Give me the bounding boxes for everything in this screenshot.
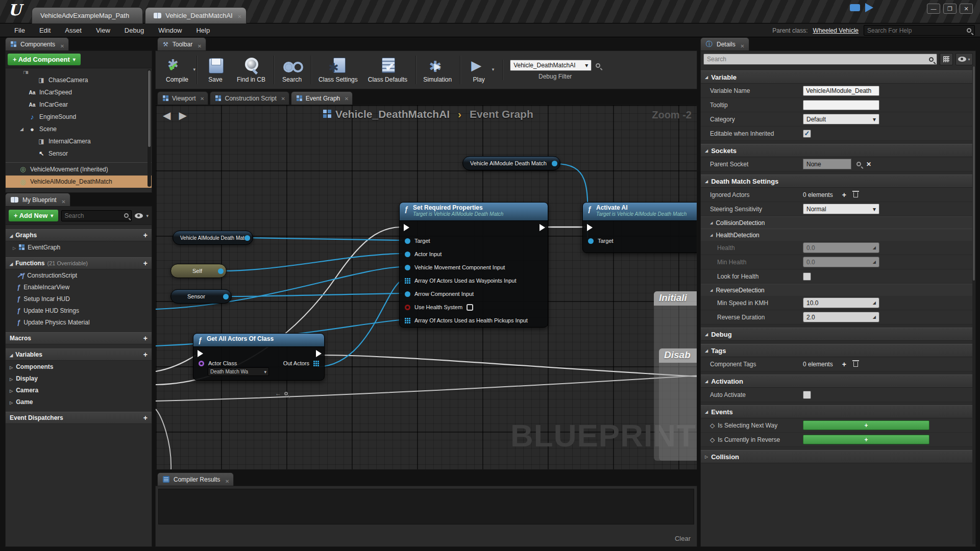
- component-tree-item[interactable]: VehicleMovement (Inherited): [6, 162, 152, 176]
- event-dispatchers-section-header[interactable]: Event Dispatchers: [6, 412, 152, 424]
- close-tab-icon[interactable]: [237, 12, 241, 20]
- component-tree-item[interactable]: Sensor: [6, 147, 152, 160]
- send-icon[interactable]: [865, 3, 878, 12]
- component-tree-item[interactable]: VehicleAIModule_DeathMatch: [6, 176, 152, 188]
- dropdown-caret-icon[interactable]: [193, 67, 195, 72]
- details-row[interactable]: Tooltip: [701, 98, 975, 112]
- input-pin[interactable]: [405, 291, 410, 297]
- component-tree-item[interactable]: Scene: [6, 123, 152, 135]
- menu-item[interactable]: Asset: [58, 27, 89, 34]
- function-item[interactable]: Setup Incar HUD: [6, 293, 152, 305]
- add-event-button[interactable]: [803, 420, 929, 430]
- details-row[interactable]: Collision: [701, 450, 975, 463]
- expander-icon[interactable]: [10, 260, 13, 267]
- help-search-input[interactable]: [867, 27, 967, 34]
- toolbar-button[interactable]: Class Defaults: [363, 56, 416, 84]
- minimize-button[interactable]: [927, 4, 940, 14]
- output-pin[interactable]: [552, 161, 557, 166]
- asset-tab-map[interactable]: VehicleAdvExampleMap_Path: [32, 7, 143, 23]
- details-row[interactable]: Is Currently in Reverse: [701, 433, 975, 447]
- details-row[interactable]: Death Match Settings: [701, 174, 975, 188]
- graph-tab[interactable]: Event Graph: [291, 91, 353, 105]
- exec-output-pin[interactable]: [316, 350, 325, 357]
- add-event-button[interactable]: [803, 435, 929, 444]
- close-panel-icon[interactable]: [60, 42, 64, 49]
- details-row[interactable]: Is Selecting Next Way: [701, 418, 975, 433]
- expander-icon[interactable]: [10, 375, 13, 382]
- close-panel-icon[interactable]: [225, 478, 229, 485]
- node-partial-disable[interactable]: Disab: [659, 348, 697, 461]
- add-element-icon[interactable]: [842, 360, 846, 368]
- details-scrollbar[interactable]: [972, 66, 975, 544]
- details-panel-tab[interactable]: Details: [700, 37, 749, 51]
- maximize-button[interactable]: [943, 4, 957, 14]
- toolbar-button[interactable]: Simulation: [418, 56, 460, 84]
- trash-icon[interactable]: [853, 362, 858, 367]
- number-field[interactable]: 0.0: [803, 257, 879, 267]
- expander-icon[interactable]: [10, 351, 13, 358]
- variable-category[interactable]: Components: [6, 361, 152, 372]
- toolbar-button[interactable]: Search: [276, 56, 311, 84]
- details-row[interactable]: Auto Activate: [701, 388, 975, 402]
- output-pin[interactable]: [244, 235, 250, 241]
- components-panel-tab[interactable]: Components: [5, 37, 69, 51]
- clear-button[interactable]: Clear: [675, 535, 691, 542]
- array-output-pin[interactable]: [313, 361, 315, 362]
- class-input-pin[interactable]: [199, 361, 204, 366]
- details-row[interactable]: Min Speed in KMH 10.0 10.0 10.0 10.0: [701, 296, 975, 310]
- toolbar-button[interactable]: Find in CB: [232, 56, 274, 84]
- menu-item[interactable]: Window: [151, 27, 189, 34]
- search-icon[interactable]: [929, 57, 934, 62]
- actor-class-dropdown[interactable]: Death Match Wa: [208, 367, 269, 376]
- details-row[interactable]: Editable when Inherited: [701, 127, 975, 141]
- details-row[interactable]: Reverse Duration 2.0 2.0 2.0 2.0: [701, 310, 975, 324]
- variable-category[interactable]: Display: [6, 372, 152, 384]
- debug-filter-select[interactable]: Vehicle_DeathMatchAI: [510, 60, 592, 71]
- expander-icon[interactable]: [13, 244, 16, 251]
- graph-tab[interactable]: Viewport: [157, 91, 208, 105]
- close-tab-icon[interactable]: [345, 95, 349, 102]
- checkbox[interactable]: [803, 130, 811, 138]
- details-row[interactable]: Ignored Actors 0 elements 0 elements 0 e…: [701, 188, 975, 202]
- function-item[interactable]: Update Physics Material: [6, 316, 152, 328]
- add-component-button[interactable]: + Add Component: [8, 54, 81, 65]
- my-blueprint-panel-tab[interactable]: My Blueprint: [5, 193, 70, 206]
- menu-item[interactable]: View: [89, 27, 117, 34]
- toolbar-panel-tab[interactable]: Toolbar: [157, 37, 206, 51]
- clear-socket-icon[interactable]: [866, 161, 871, 168]
- view-options-button[interactable]: [955, 53, 973, 65]
- output-pin[interactable]: [218, 268, 224, 274]
- close-panel-icon[interactable]: [198, 42, 202, 49]
- add-function-icon[interactable]: [143, 259, 148, 267]
- macros-section-header[interactable]: Macros: [6, 332, 152, 344]
- functions-section-header[interactable]: Functions (21 Overridable): [6, 257, 152, 269]
- component-tree-item[interactable]: InternalCamera: [6, 135, 152, 147]
- expander-icon[interactable]: [10, 363, 13, 370]
- property-matrix-button[interactable]: [940, 53, 953, 65]
- search-icon[interactable]: [124, 213, 129, 218]
- details-row[interactable]: Activation: [701, 374, 975, 388]
- text-field[interactable]: VehicleAIModule_Death: [803, 86, 879, 96]
- input-pin[interactable]: [405, 305, 410, 310]
- back-button[interactable]: [163, 109, 170, 121]
- search-icon[interactable]: [967, 28, 971, 33]
- add-macro-icon[interactable]: [143, 334, 148, 342]
- toolbar-button[interactable]: Class Settings: [313, 56, 363, 84]
- function-item[interactable]: ConstructionScript: [6, 269, 152, 281]
- node-getter-sensor[interactable]: Sensor: [170, 289, 232, 304]
- sidebar-item-eventgraph[interactable]: EventGraph: [6, 241, 152, 253]
- compiler-results-tab[interactable]: Compiler Results: [157, 472, 234, 486]
- details-row[interactable]: CollisionDetection: [701, 216, 975, 229]
- exec-output-pin[interactable]: [540, 224, 549, 231]
- search-icon[interactable]: [856, 162, 861, 166]
- exec-input-pin[interactable]: [198, 350, 207, 357]
- number-field[interactable]: 10.0: [803, 297, 879, 308]
- details-row[interactable]: Variable: [701, 70, 975, 84]
- details-row[interactable]: HealthDetection: [701, 229, 975, 241]
- add-graph-icon[interactable]: [143, 231, 148, 239]
- component-tree-item[interactable]: EngineSound: [6, 111, 152, 123]
- close-panel-icon[interactable]: [740, 42, 744, 49]
- details-row[interactable]: Variable Name VehicleAIModule_Death Vehi…: [701, 84, 975, 98]
- debug-filter-search-icon[interactable]: [596, 63, 600, 68]
- details-row[interactable]: Tags: [701, 344, 975, 357]
